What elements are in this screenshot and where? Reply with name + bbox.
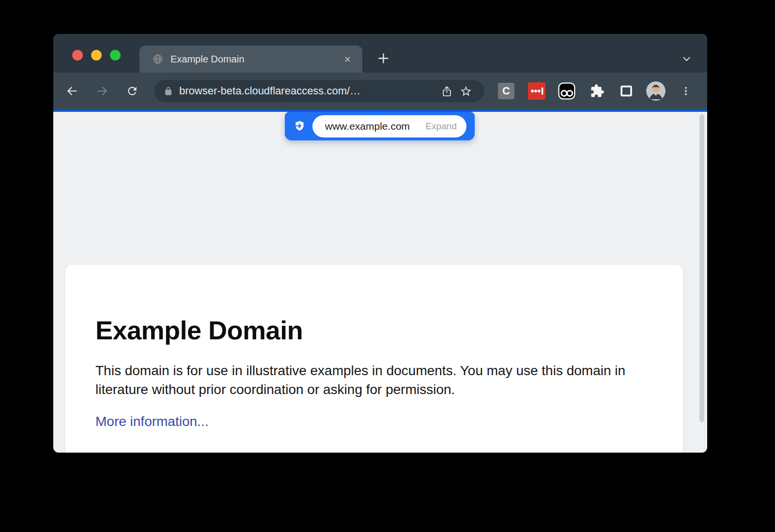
expand-button[interactable]: Expand <box>426 121 457 132</box>
scrollbar-thumb[interactable] <box>699 114 704 422</box>
url-text: browser-beta.cloudflareaccess.com/… <box>179 85 437 97</box>
zoom-window-button[interactable] <box>110 50 121 61</box>
share-button[interactable] <box>437 81 456 101</box>
close-window-button[interactable] <box>72 50 83 61</box>
tab-close-icon[interactable] <box>343 55 352 63</box>
tab-search-chevron-icon[interactable] <box>676 48 697 69</box>
screenshot-stage: Example Domain <box>0 0 775 532</box>
content-card: Example Domain This domain is for use in… <box>65 265 683 453</box>
forward-button[interactable] <box>92 81 112 101</box>
bookmark-star-button[interactable] <box>456 81 476 101</box>
isolated-domain-pill[interactable]: www.example.com Expand <box>312 115 466 137</box>
globe-favicon-icon <box>153 54 163 64</box>
back-button[interactable] <box>62 81 82 101</box>
page-viewport: www.example.com Expand Example Domain Th… <box>53 112 707 453</box>
url-bar[interactable]: browser-beta.cloudflareaccess.com/… <box>154 80 484 102</box>
tab-strip: Example Domain <box>53 34 707 73</box>
page-body-text: This domain is for use in illustrative e… <box>95 361 631 399</box>
extension-c-icon[interactable]: C <box>498 83 514 99</box>
extension-noir-icon[interactable] <box>558 82 575 100</box>
isolation-shield-icon <box>293 120 306 133</box>
lock-icon <box>164 87 173 96</box>
profile-avatar[interactable] <box>646 81 666 101</box>
side-panel-icon[interactable] <box>618 83 635 99</box>
toolbar: browser-beta.cloudflareaccess.com/… C <box>53 73 707 109</box>
isolation-domain-banner[interactable]: www.example.com Expand <box>285 112 475 140</box>
window-controls <box>72 50 121 61</box>
browser-window: Example Domain <box>53 34 707 453</box>
minimize-window-button[interactable] <box>91 50 102 61</box>
tab-title: Example Domain <box>170 54 343 65</box>
page-heading: Example Domain <box>95 265 653 345</box>
more-information-link[interactable]: More information... <box>95 414 208 429</box>
isolated-domain-text: www.example.com <box>325 121 426 132</box>
reload-button[interactable] <box>122 81 142 101</box>
active-tab[interactable]: Example Domain <box>140 46 362 73</box>
extensions-puzzle-icon[interactable] <box>588 82 606 100</box>
extension-lastpass-icon[interactable] <box>528 82 545 100</box>
new-tab-button[interactable] <box>372 47 394 69</box>
browser-menu-kebab-icon[interactable] <box>676 81 696 101</box>
